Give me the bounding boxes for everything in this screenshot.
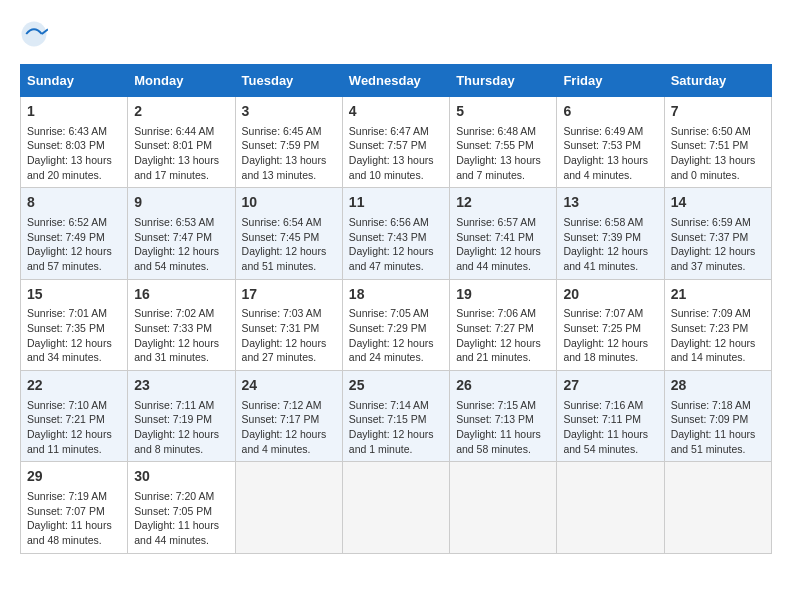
daylight-label: Daylight: 12 hours and 51 minutes. bbox=[242, 245, 327, 272]
day-number: 8 bbox=[27, 193, 121, 213]
sunset-label: Sunset: 7:29 PM bbox=[349, 322, 427, 334]
header-sunday: Sunday bbox=[21, 65, 128, 97]
calendar-cell: 27Sunrise: 7:16 AMSunset: 7:11 PMDayligh… bbox=[557, 371, 664, 462]
calendar-cell: 5Sunrise: 6:48 AMSunset: 7:55 PMDaylight… bbox=[450, 97, 557, 188]
day-number: 3 bbox=[242, 102, 336, 122]
sunrise-label: Sunrise: 7:10 AM bbox=[27, 399, 107, 411]
sunrise-label: Sunrise: 6:49 AM bbox=[563, 125, 643, 137]
calendar-cell: 9Sunrise: 6:53 AMSunset: 7:47 PMDaylight… bbox=[128, 188, 235, 279]
calendar-cell: 16Sunrise: 7:02 AMSunset: 7:33 PMDayligh… bbox=[128, 279, 235, 370]
sunrise-label: Sunrise: 6:57 AM bbox=[456, 216, 536, 228]
sunrise-label: Sunrise: 7:02 AM bbox=[134, 307, 214, 319]
calendar-cell: 22Sunrise: 7:10 AMSunset: 7:21 PMDayligh… bbox=[21, 371, 128, 462]
sunset-label: Sunset: 7:47 PM bbox=[134, 231, 212, 243]
calendar-cell: 29Sunrise: 7:19 AMSunset: 7:07 PMDayligh… bbox=[21, 462, 128, 553]
sunset-label: Sunset: 7:23 PM bbox=[671, 322, 749, 334]
daylight-label: Daylight: 12 hours and 57 minutes. bbox=[27, 245, 112, 272]
header-saturday: Saturday bbox=[664, 65, 771, 97]
sunrise-label: Sunrise: 6:43 AM bbox=[27, 125, 107, 137]
calendar-cell: 8Sunrise: 6:52 AMSunset: 7:49 PMDaylight… bbox=[21, 188, 128, 279]
sunrise-label: Sunrise: 7:19 AM bbox=[27, 490, 107, 502]
sunrise-label: Sunrise: 7:12 AM bbox=[242, 399, 322, 411]
day-number: 19 bbox=[456, 285, 550, 305]
sunset-label: Sunset: 7:43 PM bbox=[349, 231, 427, 243]
day-number: 25 bbox=[349, 376, 443, 396]
daylight-label: Daylight: 12 hours and 27 minutes. bbox=[242, 337, 327, 364]
day-number: 7 bbox=[671, 102, 765, 122]
sunrise-label: Sunrise: 7:06 AM bbox=[456, 307, 536, 319]
sunset-label: Sunset: 7:37 PM bbox=[671, 231, 749, 243]
sunrise-label: Sunrise: 6:53 AM bbox=[134, 216, 214, 228]
daylight-label: Daylight: 12 hours and 11 minutes. bbox=[27, 428, 112, 455]
daylight-label: Daylight: 12 hours and 24 minutes. bbox=[349, 337, 434, 364]
logo bbox=[20, 20, 52, 48]
sunset-label: Sunset: 7:05 PM bbox=[134, 505, 212, 517]
sunrise-label: Sunrise: 6:54 AM bbox=[242, 216, 322, 228]
calendar-cell: 19Sunrise: 7:06 AMSunset: 7:27 PMDayligh… bbox=[450, 279, 557, 370]
calendar-week-1: 1Sunrise: 6:43 AMSunset: 8:03 PMDaylight… bbox=[21, 97, 772, 188]
sunset-label: Sunset: 8:03 PM bbox=[27, 139, 105, 151]
calendar-cell: 15Sunrise: 7:01 AMSunset: 7:35 PMDayligh… bbox=[21, 279, 128, 370]
daylight-label: Daylight: 12 hours and 21 minutes. bbox=[456, 337, 541, 364]
sunset-label: Sunset: 7:27 PM bbox=[456, 322, 534, 334]
calendar-table: Sunday Monday Tuesday Wednesday Thursday… bbox=[20, 64, 772, 554]
sunrise-label: Sunrise: 7:18 AM bbox=[671, 399, 751, 411]
sunset-label: Sunset: 7:59 PM bbox=[242, 139, 320, 151]
sunrise-label: Sunrise: 6:59 AM bbox=[671, 216, 751, 228]
daylight-label: Daylight: 12 hours and 4 minutes. bbox=[242, 428, 327, 455]
header-monday: Monday bbox=[128, 65, 235, 97]
daylight-label: Daylight: 11 hours and 44 minutes. bbox=[134, 519, 219, 546]
daylight-label: Daylight: 11 hours and 58 minutes. bbox=[456, 428, 541, 455]
sunrise-label: Sunrise: 6:58 AM bbox=[563, 216, 643, 228]
calendar-cell: 13Sunrise: 6:58 AMSunset: 7:39 PMDayligh… bbox=[557, 188, 664, 279]
header-thursday: Thursday bbox=[450, 65, 557, 97]
day-number: 2 bbox=[134, 102, 228, 122]
daylight-label: Daylight: 12 hours and 37 minutes. bbox=[671, 245, 756, 272]
day-number: 24 bbox=[242, 376, 336, 396]
sunset-label: Sunset: 7:49 PM bbox=[27, 231, 105, 243]
sunrise-label: Sunrise: 6:45 AM bbox=[242, 125, 322, 137]
sunrise-label: Sunrise: 6:50 AM bbox=[671, 125, 751, 137]
day-number: 1 bbox=[27, 102, 121, 122]
daylight-label: Daylight: 12 hours and 1 minute. bbox=[349, 428, 434, 455]
day-number: 22 bbox=[27, 376, 121, 396]
daylight-label: Daylight: 12 hours and 8 minutes. bbox=[134, 428, 219, 455]
day-number: 20 bbox=[563, 285, 657, 305]
daylight-label: Daylight: 12 hours and 44 minutes. bbox=[456, 245, 541, 272]
calendar-cell: 10Sunrise: 6:54 AMSunset: 7:45 PMDayligh… bbox=[235, 188, 342, 279]
day-number: 17 bbox=[242, 285, 336, 305]
calendar-cell bbox=[342, 462, 449, 553]
sunset-label: Sunset: 8:01 PM bbox=[134, 139, 212, 151]
day-number: 30 bbox=[134, 467, 228, 487]
sunrise-label: Sunrise: 6:48 AM bbox=[456, 125, 536, 137]
sunset-label: Sunset: 7:31 PM bbox=[242, 322, 320, 334]
daylight-label: Daylight: 13 hours and 10 minutes. bbox=[349, 154, 434, 181]
daylight-label: Daylight: 12 hours and 31 minutes. bbox=[134, 337, 219, 364]
day-number: 14 bbox=[671, 193, 765, 213]
calendar-cell bbox=[235, 462, 342, 553]
sunrise-label: Sunrise: 7:15 AM bbox=[456, 399, 536, 411]
day-number: 10 bbox=[242, 193, 336, 213]
calendar-cell: 6Sunrise: 6:49 AMSunset: 7:53 PMDaylight… bbox=[557, 97, 664, 188]
calendar-cell: 1Sunrise: 6:43 AMSunset: 8:03 PMDaylight… bbox=[21, 97, 128, 188]
sunset-label: Sunset: 7:35 PM bbox=[27, 322, 105, 334]
sunset-label: Sunset: 7:13 PM bbox=[456, 413, 534, 425]
calendar-cell: 17Sunrise: 7:03 AMSunset: 7:31 PMDayligh… bbox=[235, 279, 342, 370]
calendar-cell: 4Sunrise: 6:47 AMSunset: 7:57 PMDaylight… bbox=[342, 97, 449, 188]
sunrise-label: Sunrise: 6:47 AM bbox=[349, 125, 429, 137]
sunrise-label: Sunrise: 7:20 AM bbox=[134, 490, 214, 502]
logo-icon bbox=[20, 20, 48, 48]
header-wednesday: Wednesday bbox=[342, 65, 449, 97]
daylight-label: Daylight: 13 hours and 0 minutes. bbox=[671, 154, 756, 181]
day-number: 16 bbox=[134, 285, 228, 305]
sunrise-label: Sunrise: 7:09 AM bbox=[671, 307, 751, 319]
day-number: 28 bbox=[671, 376, 765, 396]
calendar-cell: 3Sunrise: 6:45 AMSunset: 7:59 PMDaylight… bbox=[235, 97, 342, 188]
day-number: 23 bbox=[134, 376, 228, 396]
sunset-label: Sunset: 7:33 PM bbox=[134, 322, 212, 334]
sunrise-label: Sunrise: 7:03 AM bbox=[242, 307, 322, 319]
sunset-label: Sunset: 7:53 PM bbox=[563, 139, 641, 151]
calendar-header-row: Sunday Monday Tuesday Wednesday Thursday… bbox=[21, 65, 772, 97]
sunrise-label: Sunrise: 7:11 AM bbox=[134, 399, 214, 411]
day-number: 5 bbox=[456, 102, 550, 122]
